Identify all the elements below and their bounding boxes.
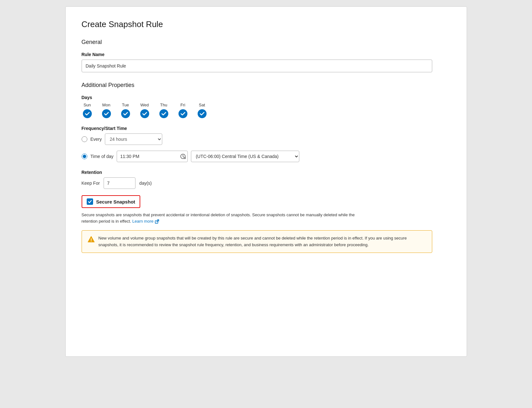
day-label-tue: Tue <box>120 103 131 107</box>
frequency-section: Frequency/Start Time Every 24 hours 12 h… <box>82 126 451 162</box>
frequency-label: Frequency/Start Time <box>82 126 451 131</box>
day-check-fri-icon[interactable] <box>179 109 187 118</box>
time-input[interactable] <box>117 151 188 162</box>
clock-icon-button[interactable]: ↗ <box>180 154 186 159</box>
day-label-mon: Mon <box>101 103 112 107</box>
rule-name-section: Rule Name <box>82 52 451 72</box>
additional-properties-section: Additional Properties <box>82 82 451 89</box>
day-label-wed: Wed <box>139 103 150 107</box>
keep-for-input[interactable] <box>104 177 135 189</box>
day-check-thu-icon[interactable] <box>159 109 168 118</box>
day-label-sun: Sun <box>82 103 93 107</box>
every-radio-label: Every <box>91 137 102 142</box>
day-check-wed[interactable] <box>139 109 150 118</box>
svg-text:↗: ↗ <box>184 158 185 159</box>
warning-box: New volume and volume group snapshots th… <box>82 230 432 253</box>
warning-text: New volume and volume group snapshots th… <box>98 235 426 248</box>
every-dropdown[interactable]: 24 hours 12 hours 6 hours 4 hours 2 hour… <box>105 133 162 145</box>
time-of-day-radio[interactable] <box>82 154 87 159</box>
learn-more-link[interactable]: Learn more <box>132 219 159 224</box>
time-of-day-radio-row: Time of day ↗ (UTC-06:00) Central Time (… <box>82 151 451 162</box>
every-radio-row: Every 24 hours 12 hours 6 hours 4 hours … <box>82 133 451 145</box>
day-check-tue[interactable] <box>120 109 131 118</box>
keep-for-unit: day(s) <box>139 181 152 186</box>
days-labels-row: Sun Mon Tue Wed Thu Fri Sat <box>82 103 451 107</box>
time-of-day-label: Time of day <box>91 154 114 159</box>
day-check-sat[interactable] <box>196 109 208 118</box>
day-check-tue-icon[interactable] <box>121 109 130 118</box>
day-check-mon-icon[interactable] <box>102 109 111 118</box>
time-input-wrapper: ↗ <box>117 151 188 162</box>
day-label-sat: Sat <box>196 103 208 107</box>
retention-section: Retention Keep For day(s) <box>82 170 451 189</box>
day-check-mon[interactable] <box>101 109 112 118</box>
secure-snapshot-checkbox[interactable] <box>87 198 93 205</box>
timezone-dropdown[interactable]: (UTC-06:00) Central Time (US & Canada) (… <box>191 151 299 162</box>
days-checkboxes-row <box>82 109 451 118</box>
page-container: Create Snapshot Rule General Rule Name A… <box>65 6 467 357</box>
svg-point-6 <box>91 241 91 241</box>
external-link-icon <box>154 218 159 225</box>
days-section: Days Sun Mon Tue Wed Thu Fri Sat <box>82 95 451 118</box>
secure-snapshot-label: Secure Snapshot <box>96 199 135 204</box>
secure-snapshot-check-row[interactable]: Secure Snapshot <box>82 195 141 208</box>
general-label: General <box>82 39 451 46</box>
retention-label: Retention <box>82 170 451 175</box>
day-check-sat-icon[interactable] <box>198 109 207 118</box>
days-label: Days <box>82 95 451 100</box>
every-radio[interactable] <box>82 136 87 142</box>
day-label-fri: Fri <box>177 103 189 107</box>
keep-for-row: Keep For day(s) <box>82 177 451 189</box>
general-section: General <box>82 39 451 46</box>
rule-name-label: Rule Name <box>82 52 451 57</box>
warning-icon <box>88 236 95 244</box>
day-check-wed-icon[interactable] <box>140 109 149 118</box>
keep-for-label: Keep For <box>82 181 100 186</box>
day-check-sun[interactable] <box>82 109 93 118</box>
secure-snapshot-section: Secure Snapshot Secure snapshots are sna… <box>82 195 451 253</box>
secure-snapshot-description: Secure snapshots are snapshots that prev… <box>82 212 368 225</box>
day-check-sun-icon[interactable] <box>83 109 92 118</box>
day-check-fri[interactable] <box>177 109 189 118</box>
day-check-thu[interactable] <box>158 109 170 118</box>
additional-properties-label: Additional Properties <box>82 82 451 89</box>
day-label-thu: Thu <box>158 103 170 107</box>
page-title: Create Snapshot Rule <box>82 19 451 29</box>
rule-name-input[interactable] <box>82 60 432 72</box>
